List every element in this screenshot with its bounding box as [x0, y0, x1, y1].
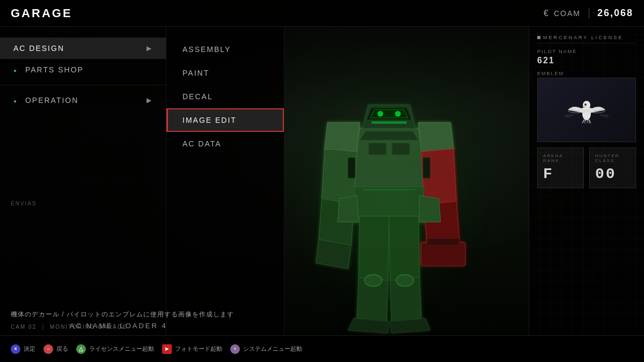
coam-divider: [589, 8, 589, 19]
emblem-display: [537, 78, 636, 142]
sidebar-item-ac-design[interactable]: AC DESIGN ▶: [0, 38, 166, 59]
svg-marker-7: [419, 122, 453, 152]
arena-rank-box: ARENA RANK F: [537, 147, 584, 188]
svg-point-32: [396, 275, 414, 286]
dot-icon: ●: [13, 98, 18, 104]
emblem-svg: [562, 86, 611, 134]
license-dot: [537, 36, 540, 39]
svg-point-31: [364, 275, 382, 286]
description-text: 機体のデカール / パイロットのエンブレムに使用する画像を作成します: [11, 310, 234, 319]
svg-marker-18: [358, 216, 389, 280]
pilot-name-value: 621: [537, 56, 636, 65]
svg-marker-17: [420, 195, 441, 221]
svg-marker-6: [325, 122, 360, 152]
btn-system-label: システムメニュー起動: [243, 345, 302, 353]
mercenary-license-title: MERCENARY LICENSE: [537, 35, 636, 43]
svg-marker-16: [338, 195, 358, 221]
hunter-class-label: HUNTER CLASS: [595, 153, 630, 163]
svg-rect-13: [421, 242, 465, 266]
btn-hint-system: ≡ システムメニュー起動: [230, 344, 302, 354]
svg-point-25: [395, 110, 401, 116]
sidebar-divider: [0, 85, 166, 85]
svg-rect-26: [371, 121, 406, 123]
envias-label: ENVIAS: [11, 201, 37, 206]
submenu-item-image-edit[interactable]: IMAGE EDIT: [166, 108, 284, 132]
b-button-icon: ○: [43, 344, 53, 354]
pilot-name-label: PILOT NAME: [537, 49, 636, 54]
menu-button-icon: ≡: [230, 344, 240, 354]
svg-rect-29: [348, 157, 355, 178]
sidebar: AC DESIGN ▶ ● PARTS SHOP ● OPERATION ▶: [0, 27, 166, 335]
svg-point-37: [584, 104, 587, 106]
svg-marker-23: [390, 318, 430, 333]
sidebar-item-label: PARTS SHOP: [25, 65, 84, 74]
svg-point-24: [377, 110, 383, 116]
sidebar-item-operation[interactable]: ● OPERATION ▶: [0, 90, 166, 111]
sidebar-item-parts-shop[interactable]: ● PARTS SHOP: [0, 59, 166, 80]
svg-marker-19: [389, 216, 420, 280]
arena-rank-label: ARENA RANK: [543, 153, 578, 163]
button-hints: × 決定 ○ 戻る △ ライセンスメニュー起動 ▶ フォトモード起動 ≡ システ…: [11, 344, 302, 354]
btn-hint-photo: ▶ フォトモード起動: [162, 344, 222, 354]
submenu-item-paint[interactable]: PAINT: [166, 61, 284, 85]
chevron-right-icon: ▶: [147, 45, 152, 52]
svg-marker-5: [370, 109, 408, 117]
btn-hint-license: △ ライセンスメニュー起動: [76, 344, 154, 354]
svg-rect-14: [427, 238, 459, 245]
hunter-class-box: HUNTER CLASS 00: [589, 147, 636, 188]
submenu-item-label: IMAGE EDIT: [182, 116, 237, 124]
submenu-item-label: DECAL: [182, 92, 213, 101]
stats-row: ARENA RANK F HUNTER CLASS 00: [537, 147, 636, 188]
page-title: GARAGE: [11, 6, 72, 20]
triangle-button-icon: △: [76, 344, 86, 354]
sidebar-section-main: AC DESIGN ▶ ● PARTS SHOP ● OPERATION ▶: [0, 38, 166, 111]
sidebar-item-label: OPERATION: [25, 96, 78, 105]
svg-rect-30: [423, 157, 430, 178]
info-bar: × 決定 ○ 戻る △ ライセンスメニュー起動 ▶ フォトモード起動 ≡ システ…: [0, 335, 644, 362]
sidebar-item-label: AC DESIGN: [13, 44, 64, 53]
emblem-label: EMBLEM: [537, 71, 636, 76]
btn-photo-label: フォトモード起動: [175, 345, 222, 353]
cam-separator: ): [42, 324, 45, 330]
coam-display: € COAM 26,068: [544, 8, 633, 19]
coam-value: 26,068: [597, 8, 633, 19]
btn-confirm-label: 決定: [24, 345, 35, 353]
submenu-item-label: ASSEMBLY: [182, 45, 231, 54]
svg-marker-22: [348, 318, 389, 333]
x-button-icon: ×: [11, 344, 20, 354]
svg-rect-28: [392, 143, 409, 154]
btn-hint-back: ○ 戻る: [43, 344, 68, 354]
cam-label: CAM 02: [11, 324, 36, 330]
submenu-item-ac-data[interactable]: AC DATA: [166, 132, 284, 156]
btn-back-label: 戻る: [56, 345, 68, 353]
right-panel: MERCENARY LICENSE PILOT NAME 621 EMBLEM: [529, 27, 644, 335]
svg-marker-2: [360, 131, 418, 139]
dot-icon: ●: [13, 68, 18, 73]
submenu-item-decal[interactable]: DECAL: [166, 85, 284, 108]
submenu: ASSEMBLY PAINT DECAL IMAGE EDIT AC DATA: [166, 27, 284, 335]
arena-rank-value: F: [543, 166, 578, 182]
top-bar: GARAGE € COAM 26,068: [0, 0, 644, 27]
ac-name: AC NAME: LOADER 4: [70, 322, 167, 330]
btn-hint-confirm: × 決定: [11, 344, 35, 354]
svg-point-36: [583, 101, 590, 109]
hunter-class-value: 00: [595, 166, 630, 182]
chevron-right-icon: ▶: [147, 97, 152, 104]
coam-label: COAM: [554, 9, 581, 18]
svg-marker-15: [354, 187, 425, 216]
coam-icon: €: [544, 9, 548, 18]
submenu-item-assembly[interactable]: ASSEMBLY: [166, 38, 284, 61]
svg-rect-27: [369, 143, 386, 154]
youtube-button-icon: ▶: [162, 344, 172, 354]
submenu-item-label: PAINT: [182, 69, 209, 77]
license-label: MERCENARY LICENSE: [543, 35, 623, 40]
submenu-item-label: AC DATA: [182, 139, 222, 148]
btn-license-label: ライセンスメニュー起動: [89, 345, 154, 353]
